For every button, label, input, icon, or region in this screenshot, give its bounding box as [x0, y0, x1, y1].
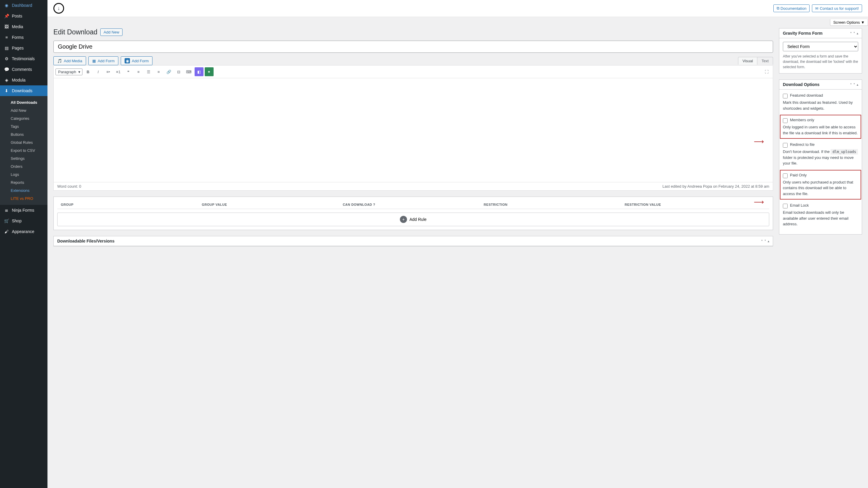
download-options-postbox: Download Options ˄ ˅ ▴ Featured download… [779, 79, 862, 234]
sidebar-item-ninja-forms[interactable]: ≣Ninja Forms [0, 205, 48, 216]
main-content: ↓ ⧉Documentation ✉Contact us for support… [48, 0, 868, 258]
menu-icon: 🛒 [4, 218, 9, 224]
redirect-checkbox[interactable] [783, 143, 787, 148]
sidebar-item-posts[interactable]: 📌Posts [0, 11, 48, 21]
bold-icon[interactable]: B [84, 67, 93, 76]
paragraph-dropdown[interactable]: Paragraph ▾ [56, 68, 83, 75]
menu-icon: 🖼 [4, 24, 9, 30]
files-box-title: Downloadable Files/Versions [57, 239, 115, 243]
menu-icon: ⚙ [4, 56, 9, 62]
sidebar-item-modula[interactable]: ◈Modula [0, 75, 48, 86]
bullet-list-icon[interactable]: ≡• [104, 67, 113, 76]
menu-icon: ▤ [4, 45, 9, 51]
contact-support-link[interactable]: ✉Contact us for support! [812, 4, 862, 12]
toggle-triangle-icon[interactable]: ▴ [857, 83, 858, 86]
more-icon[interactable]: ⊟ [175, 67, 183, 76]
gravity-title: Gravity Forms Form [783, 31, 823, 36]
sidebar-item-appearance[interactable]: 🖌Appearance [0, 226, 48, 237]
rules-column-header: CAN DOWNLOAD ? [343, 203, 484, 206]
submenu-item-tags[interactable]: Tags [0, 123, 48, 130]
chevron-down-icon[interactable]: ˅ [854, 32, 855, 35]
sidebar-item-forms[interactable]: ≡Forms [0, 32, 48, 43]
add-rule-button[interactable]: + Add Rule [57, 213, 769, 226]
paid-only-desc: Only users who purchased a product that … [783, 180, 858, 197]
submenu-item-global-rules[interactable]: Global Rules [0, 138, 48, 147]
download-title-input[interactable] [53, 41, 773, 53]
toggle-triangle-icon[interactable]: ▴ [857, 32, 858, 35]
submenu-item-reports[interactable]: Reports [0, 178, 48, 187]
align-left-icon[interactable]: ≡ [134, 67, 143, 76]
sidebar-item-downloads[interactable]: ⬇Downloads [0, 86, 48, 96]
members-only-checkbox[interactable] [783, 118, 787, 123]
page-title: Edit Download Add New [53, 28, 773, 36]
paid-only-label: Paid Only [790, 173, 807, 177]
chevron-up-icon[interactable]: ˄ [850, 32, 852, 35]
paid-only-checkbox[interactable] [783, 173, 787, 178]
redirect-desc: Don't force download. If the dlm_uploads… [783, 149, 858, 166]
sidebar-item-dashboard[interactable]: ◉Dashboard [0, 0, 48, 11]
chevron-down-icon[interactable]: ˅ [765, 239, 766, 243]
visual-tab[interactable]: Visual [738, 57, 757, 65]
sidebar-item-shop[interactable]: 🛒Shop [0, 216, 48, 226]
members-only-highlight: Members only Only logged in users will b… [780, 115, 861, 139]
green-block-icon[interactable]: ✦ [205, 67, 214, 76]
toggle-triangle-icon[interactable]: ▴ [768, 239, 769, 243]
submenu-item-export-to-csv[interactable]: Export to CSV [0, 147, 48, 155]
submenu-item-all-downloads[interactable]: All Downloads [0, 98, 48, 106]
link-icon[interactable]: 🔗 [164, 67, 173, 76]
fullscreen-icon[interactable]: ⛶ [762, 67, 771, 76]
submenu-item-add-new[interactable]: Add New [0, 106, 48, 115]
email-lock-checkbox[interactable] [783, 204, 787, 208]
text-tab[interactable]: Text [757, 57, 773, 65]
shortcode-icon[interactable]: ⌨ [185, 67, 193, 76]
gravity-form-select[interactable]: Select Form [783, 42, 858, 51]
italic-icon[interactable]: I [94, 67, 103, 76]
last-edited: Last edited by Andreea Popa on February … [662, 184, 769, 189]
downloadable-files-metabox: Downloadable Files/Versions ˄ ˅ ▴ [53, 236, 773, 247]
quote-icon[interactable]: ❝ [124, 67, 133, 76]
chevron-up-icon[interactable]: ˄ [850, 83, 852, 86]
email-lock-desc: Email locked downloads will only be avai… [783, 209, 858, 227]
menu-icon: ◈ [4, 77, 9, 83]
submenu-item-orders[interactable]: Orders [0, 162, 48, 170]
numbered-list-icon[interactable]: ≡1 [114, 67, 123, 76]
featured-checkbox[interactable] [783, 94, 787, 98]
add-media-button[interactable]: 🎵Add Media [53, 56, 86, 65]
purple-block-icon[interactable]: ◧ [195, 67, 204, 76]
submenu-item-settings[interactable]: Settings [0, 155, 48, 162]
submenu-item-logs[interactable]: Logs [0, 170, 48, 178]
align-right-icon[interactable]: ≡ [154, 67, 163, 76]
add-form-button-1[interactable]: ▦Add Form [88, 56, 118, 65]
menu-icon: ⬇ [4, 88, 9, 94]
arrow-annotation-2: ⟶ [754, 198, 764, 206]
submenu-item-extensions[interactable]: Extensions [0, 187, 48, 194]
arrow-annotation-1: ⟶ [754, 137, 764, 146]
plus-circle-icon: + [400, 216, 407, 223]
admin-sidebar: ◉Dashboard📌Posts🖼Media≡Forms▤Pages⚙Testi… [0, 0, 48, 258]
submenu-item-categories[interactable]: Categories [0, 115, 48, 123]
rules-column-header: RESTRICTION [484, 203, 625, 206]
download-logo-icon: ↓ [53, 3, 64, 13]
menu-icon: ≡ [4, 34, 9, 40]
align-center-icon[interactable]: ☰ [144, 67, 153, 76]
menu-icon: 🖌 [4, 229, 9, 234]
access-rules-metabox: GROUPGROUP VALUECAN DOWNLOAD ?RESTRICTIO… [53, 197, 773, 230]
editor-textarea[interactable]: ⟶ [54, 78, 773, 182]
chevron-up-icon[interactable]: ˄ [761, 239, 763, 243]
redirect-label: Redirect to file [790, 142, 815, 147]
add-form-button-2[interactable]: ◉Add Form [121, 56, 153, 65]
sidebar-item-testimonials[interactable]: ⚙Testimonials [0, 53, 48, 64]
submenu-item-buttons[interactable]: Buttons [0, 130, 48, 138]
screen-options-toggle[interactable]: Screen Options ▼ [830, 19, 868, 26]
menu-icon: 📌 [4, 13, 9, 19]
plugin-topbar: ↓ ⧉Documentation ✉Contact us for support… [48, 0, 868, 17]
sidebar-item-pages[interactable]: ▤Pages [0, 43, 48, 53]
mail-icon: ✉ [815, 6, 818, 11]
sidebar-item-media[interactable]: 🖼Media [0, 21, 48, 32]
sidebar-item-comments[interactable]: 💬Comments [0, 64, 48, 75]
submenu-item-lite-vs-pro[interactable]: LITE vs PRO [0, 194, 48, 202]
documentation-link[interactable]: ⧉Documentation [773, 4, 810, 12]
chevron-down-icon[interactable]: ˅ [854, 83, 855, 86]
camera-music-icon: 🎵 [57, 59, 62, 63]
add-new-button[interactable]: Add New [100, 29, 123, 36]
